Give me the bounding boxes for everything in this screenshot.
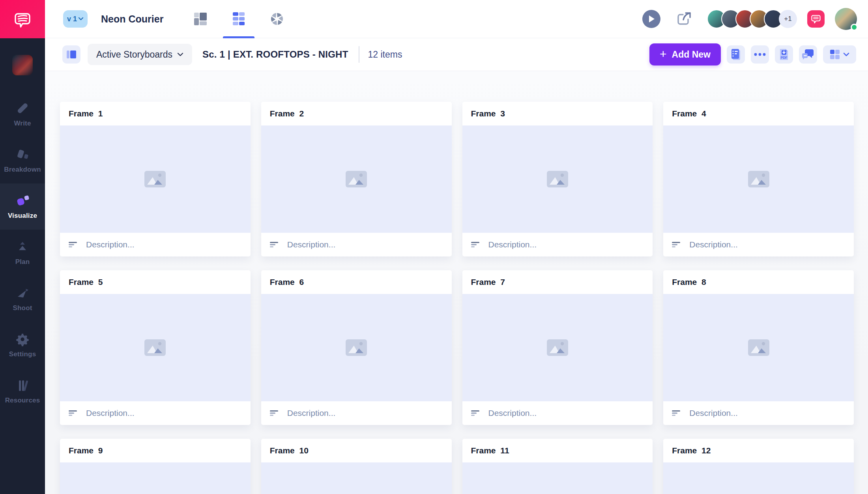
frame-image-dropzone[interactable] [60,462,251,494]
storyboard-selector[interactable]: Active Storyboards [88,44,192,65]
frame-image-dropzone[interactable] [663,125,854,233]
more-options-button[interactable] [751,45,769,64]
chevron-down-icon [843,52,849,57]
tab-grid-view[interactable] [223,0,254,38]
frame-title: Frame 10 [270,446,309,455]
frame-image-dropzone[interactable] [462,125,653,233]
frame-card-header: Frame 6 [261,270,452,294]
avatar-overflow-badge[interactable]: +1 [779,10,797,28]
frame-card-header: Frame 2 [261,102,452,125]
comments-button[interactable] [799,45,817,64]
header-right-actions: +1 [642,8,857,30]
frame-description-row [663,401,854,425]
description-lines-icon [270,241,279,248]
sidebar-item-write[interactable]: Write [0,91,45,137]
image-placeholder-icon [144,339,166,356]
image-placeholder-icon [748,170,770,188]
frame-description-input[interactable] [488,240,644,250]
plus-icon: + [660,48,667,60]
sidebar-item-label: Settings [9,350,36,358]
version-label: v 1 [67,15,77,23]
frame-card-header: Frame 11 [462,439,653,462]
visualize-icon [15,194,30,208]
play-button[interactable] [642,10,660,28]
description-lines-icon [270,410,279,416]
frame-description-row [663,233,854,256]
frame-image-dropzone[interactable] [261,462,452,494]
frame-card-header: Frame 3 [462,102,653,125]
frame-image-dropzone[interactable] [663,294,854,401]
frame-title: Frame 11 [471,446,509,455]
description-lines-icon [69,241,78,248]
project-title: Neon Courier [101,13,163,25]
app-logo[interactable] [0,0,45,38]
scene-title: Sc. 1 | EXT. ROOFTOPS - NIGHT [202,49,348,60]
frame-image-dropzone[interactable] [462,462,653,494]
view-switcher [185,0,299,38]
frame-description-input[interactable] [85,408,242,418]
chat-bubbles-icon [802,49,814,60]
side-panel-icon [66,49,77,60]
layout-collage-icon [193,12,208,26]
frame-description-input[interactable] [85,240,242,250]
sidebar-item-visualize[interactable]: Visualize [0,183,45,230]
frame-description-input[interactable] [286,240,443,250]
speech-bubble-logo-icon [12,9,33,30]
description-lines-icon [69,410,78,416]
export-pdf-button[interactable]: PDF [775,45,793,64]
frame-card-header: Frame 7 [462,270,653,294]
sidebar-item-settings[interactable]: Settings [0,322,45,368]
pdf-download-icon: PDF [778,48,789,61]
description-lines-icon [672,410,681,416]
tab-board-layout-view[interactable] [185,0,216,38]
toolbar-divider [359,46,359,63]
notebook-list-icon [730,48,742,61]
sidebar-item-shoot[interactable]: Shoot [0,276,45,322]
image-placeholder-icon [748,339,770,356]
sidebar-item-plan[interactable]: Plan [0,230,45,276]
frame-card-header: Frame 1 [60,102,251,125]
project-thumbnail[interactable] [12,55,33,75]
frame-description-input[interactable] [488,408,644,418]
frame-image-dropzone[interactable] [261,294,452,401]
breakdown-icon [15,148,30,162]
storyboard-frame-card: Frame 12 [663,439,854,494]
frame-image-dropzone[interactable] [60,294,251,401]
frame-card-header: Frame 4 [663,102,854,125]
frame-image-dropzone[interactable] [261,125,452,233]
frame-title: Frame 5 [69,277,103,287]
sidebar-item-breakdown[interactable]: Breakdown [0,137,45,183]
tab-shutter-view[interactable] [261,0,293,38]
frame-image-dropzone[interactable] [60,125,251,233]
storyboard-content: Frame 1 Frame 2 [45,71,868,494]
frame-description-input[interactable] [688,240,845,250]
frame-description-input[interactable] [286,408,443,418]
feedback-chat-button[interactable] [807,10,825,28]
sidebar-item-label: Resources [5,397,40,404]
toggle-panel-button[interactable] [62,45,80,64]
storyboard-grid: Frame 1 Frame 2 [60,102,854,494]
frame-title: Frame 4 [672,109,706,118]
version-selector[interactable]: v 1 [63,10,88,28]
layout-options-button[interactable] [823,45,856,64]
frame-image-dropzone[interactable] [663,462,854,494]
storyboard-frame-card: Frame 5 [60,270,251,425]
user-profile-avatar[interactable] [835,8,857,30]
frame-title: Frame 9 [69,446,103,455]
frame-description-input[interactable] [688,408,845,418]
add-new-button[interactable]: + Add New [649,43,721,65]
online-status-dot [851,24,858,31]
storyboard-frame-card: Frame 4 [663,102,854,256]
sidebar-item-resources[interactable]: Resources [0,368,45,414]
share-button[interactable] [675,10,693,28]
description-lines-icon [471,410,481,416]
sidebar-item-label: Write [14,120,31,127]
storyboard-frame-card: Frame 3 [462,102,653,256]
frame-title: Frame 2 [270,109,304,118]
frame-image-dropzone[interactable] [462,294,653,401]
shoot-icon [15,286,30,300]
pen-icon [15,101,30,116]
storyboard-frame-card: Frame 8 [663,270,854,425]
notes-list-button[interactable] [727,45,745,64]
image-placeholder-icon [144,170,166,188]
